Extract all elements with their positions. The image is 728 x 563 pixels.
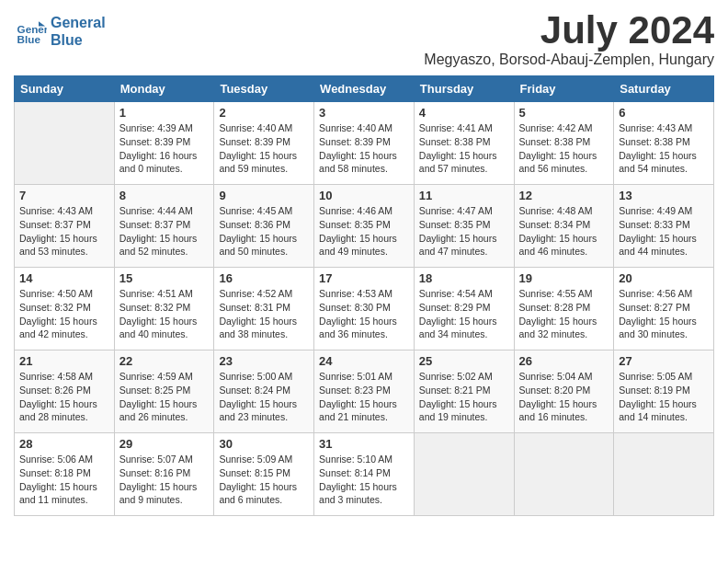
header-monday: Monday: [114, 76, 214, 102]
day-number: 5: [519, 106, 609, 120]
calendar-cell: 4Sunrise: 4:41 AMSunset: 8:38 PMDaylight…: [414, 102, 514, 185]
calendar-week-row: 14Sunrise: 4:50 AMSunset: 8:32 PMDayligh…: [15, 268, 714, 350]
calendar-cell: 9Sunrise: 4:45 AMSunset: 8:36 PMDaylight…: [214, 185, 314, 268]
calendar-cell: 10Sunrise: 4:46 AMSunset: 8:35 PMDayligh…: [314, 185, 415, 268]
day-info: Sunrise: 5:06 AMSunset: 8:18 PMDaylight:…: [19, 453, 109, 507]
day-number: 4: [419, 106, 509, 120]
calendar-cell: [514, 433, 614, 516]
day-number: 9: [219, 189, 309, 202]
header-tuesday: Tuesday: [214, 76, 314, 102]
calendar-cell: 29Sunrise: 5:07 AMSunset: 8:16 PMDayligh…: [114, 433, 214, 516]
day-info: Sunrise: 4:41 AMSunset: 8:38 PMDaylight:…: [419, 121, 509, 176]
day-number: 29: [119, 437, 210, 451]
calendar-cell: 11Sunrise: 4:47 AMSunset: 8:35 PMDayligh…: [414, 185, 514, 268]
calendar-cell: 2Sunrise: 4:40 AMSunset: 8:39 PMDaylight…: [214, 102, 314, 185]
calendar-cell: [414, 433, 514, 516]
day-info: Sunrise: 4:54 AMSunset: 8:29 PMDaylight:…: [419, 287, 509, 341]
calendar-cell: 18Sunrise: 4:54 AMSunset: 8:29 PMDayligh…: [414, 268, 514, 350]
logo-text-blue: Blue: [51, 31, 106, 49]
calendar-cell: 6Sunrise: 4:43 AMSunset: 8:38 PMDaylight…: [614, 102, 714, 185]
calendar-week-row: 28Sunrise: 5:06 AMSunset: 8:18 PMDayligh…: [15, 433, 714, 516]
calendar-cell: 16Sunrise: 4:52 AMSunset: 8:31 PMDayligh…: [214, 268, 314, 350]
day-info: Sunrise: 4:58 AMSunset: 8:26 PMDaylight:…: [19, 370, 109, 424]
day-info: Sunrise: 4:59 AMSunset: 8:25 PMDaylight:…: [119, 370, 210, 424]
calendar-cell: 25Sunrise: 5:02 AMSunset: 8:21 PMDayligh…: [414, 350, 514, 433]
location-subtitle: Megyaszo, Borsod-Abauj-Zemplen, Hungary: [424, 52, 714, 68]
day-number: 1: [119, 106, 210, 120]
day-number: 18: [419, 271, 509, 285]
calendar-cell: 28Sunrise: 5:06 AMSunset: 8:18 PMDayligh…: [15, 433, 115, 516]
calendar-header-row: Sunday Monday Tuesday Wednesday Thursday…: [15, 76, 714, 102]
day-info: Sunrise: 4:45 AMSunset: 8:36 PMDaylight:…: [219, 204, 309, 259]
header-friday: Friday: [514, 76, 614, 102]
month-year-title: July 2024: [424, 9, 714, 52]
day-number: 25: [419, 354, 509, 368]
calendar-cell: 31Sunrise: 5:10 AMSunset: 8:14 PMDayligh…: [314, 433, 415, 516]
day-info: Sunrise: 4:51 AMSunset: 8:32 PMDaylight:…: [119, 287, 210, 341]
day-number: 8: [119, 189, 210, 202]
day-number: 26: [519, 354, 609, 368]
svg-text:Blue: Blue: [17, 33, 41, 45]
day-info: Sunrise: 4:50 AMSunset: 8:32 PMDaylight:…: [19, 287, 109, 341]
day-info: Sunrise: 4:49 AMSunset: 8:33 PMDaylight:…: [619, 204, 709, 259]
day-number: 15: [119, 271, 210, 285]
day-info: Sunrise: 4:53 AMSunset: 8:30 PMDaylight:…: [319, 287, 409, 341]
calendar-cell: 15Sunrise: 4:51 AMSunset: 8:32 PMDayligh…: [114, 268, 214, 350]
calendar-cell: 30Sunrise: 5:09 AMSunset: 8:15 PMDayligh…: [214, 433, 314, 516]
day-info: Sunrise: 4:56 AMSunset: 8:27 PMDaylight:…: [619, 287, 709, 341]
day-info: Sunrise: 4:40 AMSunset: 8:39 PMDaylight:…: [219, 121, 309, 176]
day-number: 19: [519, 271, 609, 285]
calendar-week-row: 7Sunrise: 4:43 AMSunset: 8:37 PMDaylight…: [15, 185, 714, 268]
day-info: Sunrise: 4:46 AMSunset: 8:35 PMDaylight:…: [319, 204, 409, 259]
day-info: Sunrise: 4:43 AMSunset: 8:37 PMDaylight:…: [19, 204, 109, 259]
calendar-week-row: 21Sunrise: 4:58 AMSunset: 8:26 PMDayligh…: [15, 350, 714, 433]
calendar-cell: 7Sunrise: 4:43 AMSunset: 8:37 PMDaylight…: [15, 185, 115, 268]
day-number: 2: [219, 106, 309, 120]
day-info: Sunrise: 4:40 AMSunset: 8:39 PMDaylight:…: [319, 121, 409, 176]
day-number: 31: [319, 437, 409, 451]
day-number: 16: [219, 271, 309, 285]
calendar-cell: 14Sunrise: 4:50 AMSunset: 8:32 PMDayligh…: [15, 268, 115, 350]
logo: General Blue General Blue: [14, 14, 106, 49]
day-info: Sunrise: 5:04 AMSunset: 8:20 PMDaylight:…: [519, 370, 609, 424]
day-info: Sunrise: 5:00 AMSunset: 8:24 PMDaylight:…: [219, 370, 309, 424]
day-info: Sunrise: 4:44 AMSunset: 8:37 PMDaylight:…: [119, 204, 210, 259]
day-number: 30: [219, 437, 309, 451]
calendar-cell: 19Sunrise: 4:55 AMSunset: 8:28 PMDayligh…: [514, 268, 614, 350]
day-info: Sunrise: 4:39 AMSunset: 8:39 PMDaylight:…: [119, 121, 210, 176]
calendar-cell: 27Sunrise: 5:05 AMSunset: 8:19 PMDayligh…: [614, 350, 714, 433]
day-info: Sunrise: 5:10 AMSunset: 8:14 PMDaylight:…: [319, 453, 409, 507]
day-info: Sunrise: 5:05 AMSunset: 8:19 PMDaylight:…: [619, 370, 709, 424]
calendar-cell: 21Sunrise: 4:58 AMSunset: 8:26 PMDayligh…: [15, 350, 115, 433]
calendar-table: Sunday Monday Tuesday Wednesday Thursday…: [14, 75, 714, 516]
calendar-week-row: 1Sunrise: 4:39 AMSunset: 8:39 PMDaylight…: [15, 102, 714, 185]
day-info: Sunrise: 4:42 AMSunset: 8:38 PMDaylight:…: [519, 121, 609, 176]
day-info: Sunrise: 4:55 AMSunset: 8:28 PMDaylight:…: [519, 287, 609, 341]
day-number: 21: [19, 354, 109, 368]
day-info: Sunrise: 5:09 AMSunset: 8:15 PMDaylight:…: [219, 453, 309, 507]
day-number: 7: [19, 189, 109, 202]
day-info: Sunrise: 5:01 AMSunset: 8:23 PMDaylight:…: [319, 370, 409, 424]
header-sunday: Sunday: [15, 76, 115, 102]
header-wednesday: Wednesday: [314, 76, 415, 102]
calendar-cell: 12Sunrise: 4:48 AMSunset: 8:34 PMDayligh…: [514, 185, 614, 268]
day-info: Sunrise: 5:07 AMSunset: 8:16 PMDaylight:…: [119, 453, 210, 507]
day-info: Sunrise: 4:43 AMSunset: 8:38 PMDaylight:…: [619, 121, 709, 176]
day-number: 22: [119, 354, 210, 368]
logo-text-general: General: [51, 14, 106, 31]
calendar-cell: 13Sunrise: 4:49 AMSunset: 8:33 PMDayligh…: [614, 185, 714, 268]
header-saturday: Saturday: [614, 76, 714, 102]
day-number: 14: [19, 271, 109, 285]
calendar-cell: 1Sunrise: 4:39 AMSunset: 8:39 PMDaylight…: [114, 102, 214, 185]
calendar-cell: [614, 433, 714, 516]
calendar-cell: 20Sunrise: 4:56 AMSunset: 8:27 PMDayligh…: [614, 268, 714, 350]
day-number: 23: [219, 354, 309, 368]
calendar-cell: 23Sunrise: 5:00 AMSunset: 8:24 PMDayligh…: [214, 350, 314, 433]
day-info: Sunrise: 4:47 AMSunset: 8:35 PMDaylight:…: [419, 204, 509, 259]
day-number: 20: [619, 271, 709, 285]
calendar-cell: 22Sunrise: 4:59 AMSunset: 8:25 PMDayligh…: [114, 350, 214, 433]
title-area: July 2024 Megyaszo, Borsod-Abauj-Zemplen…: [424, 9, 714, 68]
day-number: 11: [419, 189, 509, 202]
calendar-cell: 17Sunrise: 4:53 AMSunset: 8:30 PMDayligh…: [314, 268, 415, 350]
calendar-cell: [15, 102, 115, 185]
